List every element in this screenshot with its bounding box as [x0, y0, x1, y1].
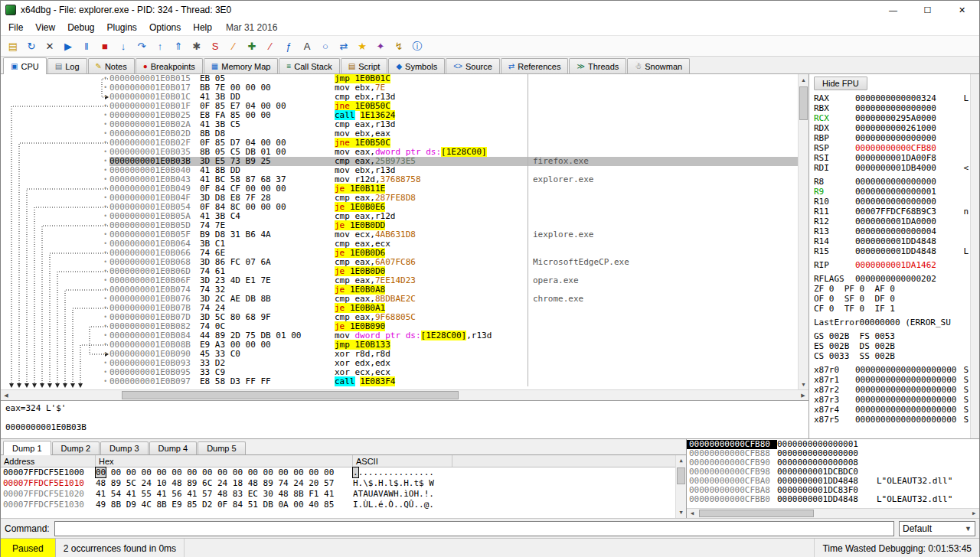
tab-symbols[interactable]: ◆Symbols [388, 58, 445, 73]
close-button[interactable]: ✕ [945, 1, 979, 19]
dump-vertical-scrollbar[interactable]: ▲ ▼ [675, 455, 686, 518]
register-flags-row[interactable]: ES 002B DS 002B [812, 341, 969, 351]
register-row-r9[interactable]: R90000000000000001 [812, 187, 969, 197]
register-flags-row[interactable]: ZF 0 PF 0 AF 0 [812, 284, 969, 294]
register-row-rax[interactable]: RAX0000000000000324L [812, 93, 969, 103]
tab-dump-3[interactable]: Dump 3 [100, 441, 149, 454]
stack-scroll-left-icon[interactable]: ◀ [687, 509, 697, 518]
lightning-icon[interactable]: ↯ [390, 37, 408, 55]
register-row-x87r1[interactable]: x87r100000000000000000000S [812, 375, 969, 385]
menu-item-plugins[interactable]: Plugins [101, 21, 143, 34]
disassembly-view[interactable]: •0000000001E0B015EB 05jmp 1E0B01C•000000… [1, 74, 808, 389]
minimize-button[interactable]: — [876, 1, 910, 19]
register-row-rflags[interactable]: RFLAGS0000000000000202 [812, 274, 969, 284]
command-mode-dropdown[interactable]: Default ▼ [899, 521, 975, 536]
tab-call-stack[interactable]: ≡Call Stack [279, 58, 339, 73]
scylla-icon[interactable]: S [206, 37, 224, 55]
register-row-rbp[interactable]: RBP0000000000000000 [812, 133, 969, 143]
menu-item-file[interactable]: File [2, 21, 29, 34]
stack-pane[interactable]: 00000000000CFB80000000000000000100000000… [687, 439, 979, 518]
tab-dump-2[interactable]: Dump 2 [52, 441, 100, 454]
command-input[interactable] [54, 521, 894, 536]
dump-row[interactable]: 00007FFDCF5E100000 00 00 00 00 00 00 00 … [1, 467, 675, 478]
register-row-rdx[interactable]: RDX0000000000261000 [812, 123, 969, 133]
register-row-rdi[interactable]: RDI0000000001DB4000< [812, 163, 969, 173]
open-folder-icon[interactable]: ▤ [4, 37, 22, 55]
restart-icon[interactable]: ↻ [22, 37, 41, 55]
settings-gear-icon[interactable]: ✱ [188, 37, 206, 55]
stack-scroll-right-icon[interactable]: ▶ [969, 509, 979, 518]
disassembly-horizontal-scrollbar[interactable]: ◀ ▶ [1, 389, 808, 400]
tab-breakpoints[interactable]: ●Breakpoints [136, 58, 203, 73]
register-row-r10[interactable]: R100000000000000000 [812, 197, 969, 207]
stack-row[interactable]: 00000000000CFBB00000000001DD4848L"OLEAUT… [687, 495, 979, 504]
help-info-icon[interactable]: ⓘ [408, 37, 426, 55]
attach-syringe-icon[interactable]: ∕ [224, 37, 243, 55]
register-flags-row[interactable]: OF 0 SF 0 DF 0 [812, 294, 969, 304]
dump-scroll-down-icon[interactable]: ▼ [676, 507, 686, 518]
dump-scroll-thumb[interactable] [677, 467, 685, 484]
dump-row[interactable]: 00007FFDCF5E103049 8B D9 4C 8B E9 85 D2 … [1, 500, 675, 510]
assembler-icon[interactable]: A [298, 37, 316, 55]
register-row-rbx[interactable]: RBX0000000000000000 [812, 103, 969, 113]
register-flags-row[interactable]: CF 0 TF 0 IF 1 [812, 304, 969, 314]
register-row-r12[interactable]: R120000000001DA0000 [812, 217, 969, 226]
references-icon[interactable]: ⇄ [335, 37, 353, 55]
step-over-icon[interactable]: ↷ [132, 37, 151, 55]
execute-till-return-icon[interactable]: ⇑ [169, 37, 188, 55]
register-row-r13[interactable]: R130000000000000004 [812, 226, 969, 236]
plugins-icon[interactable]: ✦ [371, 37, 390, 55]
tab-dump-4[interactable]: Dump 4 [149, 441, 198, 454]
register-row-x87r3[interactable]: x87r300000000000000000000S [812, 395, 969, 405]
disassembly-vertical-scrollbar[interactable]: ▲ ▼ [798, 74, 808, 389]
tab-threads[interactable]: ≫Threads [569, 58, 626, 73]
disassembly-scroll-thumb[interactable] [799, 86, 808, 120]
maximize-button[interactable]: ☐ [910, 1, 945, 19]
stack-horizontal-scrollbar[interactable]: ◀ ▶ [687, 508, 979, 518]
dump-row[interactable]: 00007FFDCF5E101048 89 5C 24 10 48 89 6C … [1, 478, 675, 489]
scroll-up-icon[interactable]: ▲ [799, 74, 808, 85]
dump-row[interactable]: 00007FFDCF5E102041 54 41 55 41 56 41 57 … [1, 489, 675, 500]
menu-item-options[interactable]: Options [143, 21, 187, 34]
tab-memory-map[interactable]: ▦Memory Map [204, 58, 279, 73]
tab-snowman[interactable]: ☃Snowman [627, 58, 690, 73]
tab-references[interactable]: ⇄References [501, 58, 569, 73]
register-row-rcx[interactable]: RCX00000000295A0000 [812, 113, 969, 123]
disasm-row[interactable]: •0000000001E0B097E8 58 D3 FF FFcall 1E08… [1, 377, 798, 386]
stack-hscroll-thumb[interactable] [699, 510, 814, 517]
tab-notes[interactable]: ✎Notes [88, 58, 135, 73]
close-icon[interactable]: ✕ [41, 37, 59, 55]
dump-scroll-up-icon[interactable]: ▲ [676, 455, 686, 466]
register-row-lasterror[interactable]: LastError00000000 (ERROR_SU [812, 318, 969, 327]
scroll-down-icon[interactable]: ▼ [799, 379, 808, 389]
step-into-icon[interactable]: ↓ [114, 37, 132, 55]
register-row-r15[interactable]: R150000000001DD4848L [812, 246, 969, 256]
dump-panel[interactable]: Address Hex ASCII 00007FFDCF5E100000 00 … [1, 454, 686, 518]
tab-log[interactable]: ▤Log [47, 58, 87, 73]
search-icon[interactable]: ○ [316, 37, 335, 55]
detach-syringe-icon[interactable]: ∕ [261, 37, 279, 55]
stop-icon[interactable]: ■ [96, 37, 114, 55]
registers-scrollbar[interactable] [970, 74, 979, 438]
register-flags-row[interactable]: CS 0033 SS 002B [812, 351, 969, 361]
register-row-r8[interactable]: R80000000000000000 [812, 177, 969, 187]
patch-icon[interactable]: ✚ [243, 37, 261, 55]
tab-dump-5[interactable]: Dump 5 [198, 441, 246, 454]
scroll-left-icon[interactable]: ◀ [1, 390, 11, 400]
register-row-x87r0[interactable]: x87r000000000000000000000S [812, 365, 969, 375]
register-row-x87r2[interactable]: x87r200000000000000000000S [812, 385, 969, 395]
register-row-r14[interactable]: R140000000001DD4848 [812, 236, 969, 246]
scroll-right-icon[interactable]: ▶ [798, 390, 808, 400]
menu-item-view[interactable]: View [29, 21, 61, 34]
register-flags-row[interactable]: GS 002B FS 0053 [812, 331, 969, 341]
tab-cpu[interactable]: ▣CPU [3, 57, 47, 74]
step-out-icon[interactable]: ↑ [151, 37, 169, 55]
disassembly-hscroll-thumb[interactable] [122, 391, 459, 399]
tab-source[interactable]: <>Source [446, 58, 500, 73]
functions-fx-icon[interactable]: ƒ [279, 37, 298, 55]
tab-dump-1[interactable]: Dump 1 [3, 441, 51, 455]
register-row-r11[interactable]: R1100007FFDCF68B9C3n [812, 207, 969, 217]
register-row-rsi[interactable]: RSI0000000001DA00F8 [812, 153, 969, 163]
hide-fpu-button[interactable]: Hide FPU [814, 77, 867, 90]
register-row-x87r4[interactable]: x87r400000000000000000000S [812, 405, 969, 415]
